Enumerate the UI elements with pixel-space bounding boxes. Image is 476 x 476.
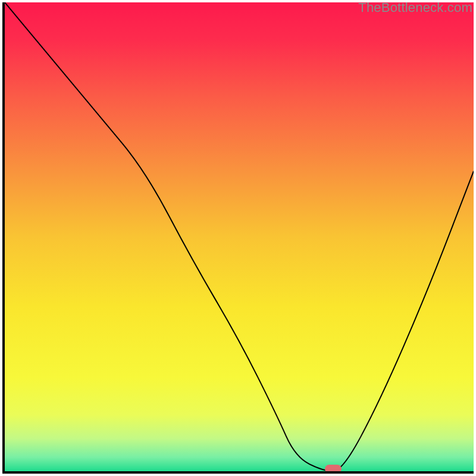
bottleneck-curve [5, 2, 474, 471]
plot-area [2, 2, 474, 474]
optimum-marker [325, 465, 342, 473]
watermark-text: TheBottleneck.com [358, 0, 472, 15]
curve-layer [5, 2, 474, 471]
chart-container: TheBottleneck.com [0, 0, 476, 476]
